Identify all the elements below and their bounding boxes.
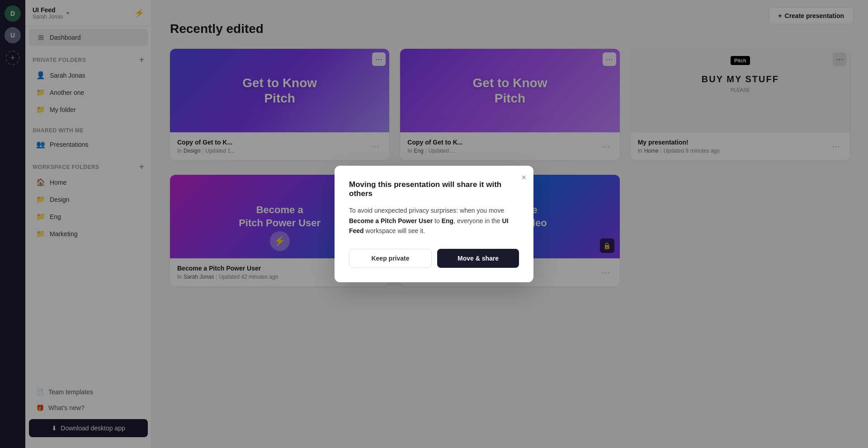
modal-overlay[interactable]: × Moving this presentation will share it…: [0, 0, 868, 448]
keep-private-button[interactable]: Keep private: [349, 249, 432, 268]
modal-body-part3: , everyone in the: [453, 217, 502, 224]
modal-title: Moving this presentation will share it w…: [349, 180, 519, 198]
modal-actions: Keep private Move & share: [349, 249, 519, 268]
move-and-share-button[interactable]: Move & share: [437, 249, 519, 268]
modal-body-part2: to: [433, 217, 441, 224]
modal-body-bold2: Eng: [442, 217, 453, 224]
modal-body-part1: To avoid unexpected privacy surprises: w…: [349, 207, 504, 214]
modal-body: To avoid unexpected privacy surprises: w…: [349, 205, 519, 236]
modal-body-part4: workspace will see it.: [364, 227, 425, 234]
modal-body-bold: Become a Pitch Power User: [349, 217, 433, 224]
modal-close-button[interactable]: ×: [521, 173, 526, 182]
modal-dialog: × Moving this presentation will share it…: [335, 166, 533, 282]
